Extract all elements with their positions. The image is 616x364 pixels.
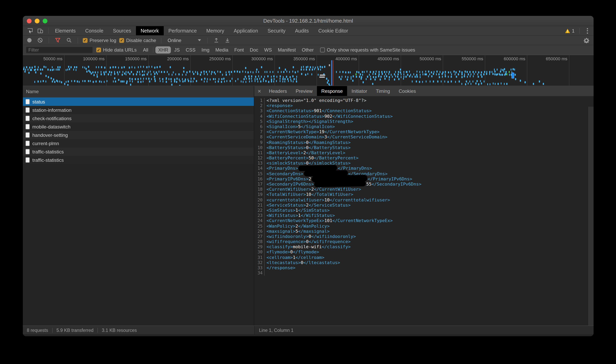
activity-dot (397, 76, 398, 78)
activity-dot (66, 69, 67, 71)
activity-dot (251, 78, 252, 80)
tab-security[interactable]: Security (263, 26, 290, 35)
request-row-status[interactable]: status (23, 98, 254, 106)
detail-tab-response[interactable]: Response (317, 86, 347, 96)
activity-dot (255, 80, 256, 82)
disable-cache-checkbox[interactable]: ✓ Disable cache (120, 38, 156, 43)
clear-icon[interactable] (36, 36, 44, 44)
tab-audits[interactable]: Audits (290, 26, 314, 35)
tab-memory[interactable]: Memory (202, 26, 229, 35)
preserve-log-checkbox[interactable]: ✓ Preserve log (83, 38, 116, 43)
minimize-window-button[interactable] (35, 19, 40, 23)
tab-application[interactable]: Application (229, 26, 263, 35)
line-content: <CurrentNetworkTypeEx>101</CurrentNetwor… (264, 218, 393, 223)
timeline-overview[interactable]: 50000 ms100000 ms150000 ms200000 ms25000… (23, 55, 594, 86)
activity-dot (142, 74, 143, 76)
detail-tab-initiator[interactable]: Initiator (347, 86, 371, 96)
filter-funnel-icon[interactable] (54, 36, 62, 44)
response-scrollbar[interactable] (589, 107, 594, 325)
samesite-checkbox[interactable]: Only show requests with SameSite issues (320, 47, 415, 53)
export-har-icon[interactable] (224, 36, 232, 44)
xml-tag: </CurrentWifiUser> (314, 187, 361, 192)
code-line: 18<CurrentWifiUser>2</CurrentWifiUser> (254, 187, 594, 192)
tab-elements[interactable]: Elements (50, 26, 80, 35)
type-chip-all[interactable]: All (140, 46, 151, 53)
activity-dot (96, 74, 97, 76)
detail-tab-cookies[interactable]: Cookies (394, 86, 420, 96)
activity-dot (367, 76, 368, 78)
zoom-window-button[interactable] (43, 19, 47, 23)
name-column-header[interactable]: Name (23, 86, 254, 98)
close-window-button[interactable] (27, 19, 32, 23)
activity-dot (179, 85, 180, 86)
settings-gear-icon[interactable] (582, 36, 590, 44)
record-button[interactable] (27, 38, 32, 42)
type-chip-xhr[interactable]: XHR (155, 46, 171, 53)
activity-dot (428, 76, 429, 78)
xml-tag: </maxsignal> (298, 229, 330, 234)
activity-dot (312, 69, 313, 71)
activity-dot (292, 71, 293, 73)
activity-dot (38, 80, 39, 82)
warning-badge[interactable]: 1 (565, 28, 575, 34)
request-row-handover-setting[interactable]: handover-setting (23, 131, 254, 139)
devtools-window: DevTools - 192.168.2.1/html/home.html El… (23, 16, 594, 336)
activity-dot (271, 76, 272, 78)
tab-performance[interactable]: Performance (164, 26, 201, 35)
line-content: <ServiceStatus>2</ServiceStatus> (264, 203, 351, 208)
type-chip-font[interactable]: Font (232, 46, 247, 53)
type-chip-ws[interactable]: WS (261, 46, 275, 53)
line-number: 22 (254, 208, 264, 213)
detail-tab-timing[interactable]: Timing (371, 86, 394, 96)
tab-sources[interactable]: Sources (108, 26, 136, 35)
type-chip-doc[interactable]: Doc (247, 46, 261, 53)
activity-dot (90, 71, 91, 73)
activity-dot (142, 81, 143, 83)
activity-dot (461, 76, 462, 78)
type-chip-media[interactable]: Media (213, 46, 231, 53)
close-detail-icon[interactable]: × (254, 86, 264, 96)
search-icon[interactable] (65, 36, 73, 44)
request-row-current-plmn[interactable]: current-plmn (23, 139, 254, 147)
activity-dot (473, 76, 474, 78)
request-row-traffic-statistics[interactable]: traffic-statistics (23, 147, 254, 156)
detail-tab-preview[interactable]: Preview (291, 86, 317, 96)
filter-input[interactable] (26, 47, 93, 53)
activity-dot (497, 73, 498, 75)
request-row-station-information[interactable]: station-information (23, 106, 254, 114)
activity-dot (289, 76, 290, 78)
detail-tab-headers[interactable]: Headers (264, 86, 291, 96)
activity-dot (282, 80, 283, 82)
tab-cookie-editor[interactable]: Cookie Editor (314, 26, 353, 35)
device-toolbar-icon[interactable] (36, 27, 44, 35)
import-har-icon[interactable] (213, 36, 220, 44)
activity-dot (237, 71, 238, 73)
type-chip-manifest[interactable]: Manifest (275, 46, 299, 53)
line-number: 6 (254, 124, 264, 129)
inspect-element-icon[interactable] (26, 27, 34, 35)
request-row-check-notifications[interactable]: check-notifications (23, 114, 254, 123)
type-chip-css[interactable]: CSS (183, 46, 198, 53)
activity-dot (193, 73, 194, 75)
activity-dot (143, 74, 144, 76)
request-row-mobile-dataswitch[interactable]: mobile-dataswitch (23, 123, 254, 131)
type-chip-other[interactable]: Other (299, 46, 316, 53)
request-row-traffic-statistics[interactable]: traffic-statistics (23, 156, 254, 164)
throttling-dropdown[interactable]: Online (166, 38, 203, 43)
type-chip-js[interactable]: JS (171, 46, 183, 53)
tab-network[interactable]: Network (136, 26, 164, 35)
line-number: 30 (254, 250, 264, 255)
type-chip-img[interactable]: Img (199, 46, 212, 53)
ruler-label: 300000 ms (236, 56, 273, 61)
activity-dot (491, 71, 492, 73)
code-line: 12<BatteryPercent>50</BatteryPercent> (254, 156, 594, 161)
xml-tag: </flymode> (293, 250, 319, 255)
activity-dot (425, 80, 426, 82)
activity-dot (68, 80, 69, 82)
tab-console[interactable]: Console (80, 26, 108, 35)
response-code: 1<?xml version="1.0" encoding="UTF-8"?>2… (254, 96, 594, 276)
xml-tag: <WifiStatus> (267, 213, 298, 218)
activity-dot (263, 80, 264, 82)
more-options-icon[interactable] (584, 28, 590, 34)
hide-data-urls-checkbox[interactable]: ✓ Hide data URLs (96, 47, 137, 53)
